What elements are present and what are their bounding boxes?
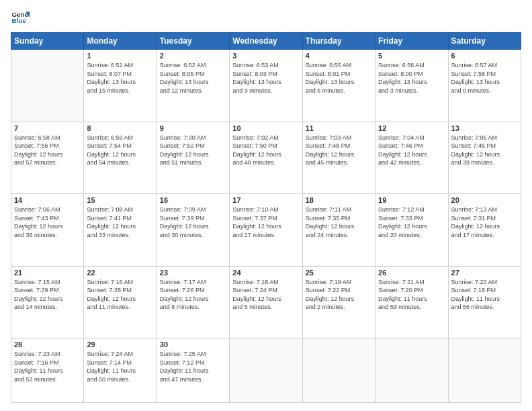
day-number: 20 bbox=[451, 196, 518, 204]
week-row-4: 28Sunrise: 7:23 AM Sunset: 7:16 PM Dayli… bbox=[11, 338, 521, 403]
day-number: 12 bbox=[378, 124, 445, 132]
day-info: Sunrise: 7:08 AM Sunset: 7:41 PM Dayligh… bbox=[87, 205, 153, 239]
calendar-cell: 28Sunrise: 7:23 AM Sunset: 7:16 PM Dayli… bbox=[11, 338, 84, 403]
day-number: 28 bbox=[14, 340, 81, 349]
calendar-cell: 26Sunrise: 7:21 AM Sunset: 7:20 PM Dayli… bbox=[375, 266, 448, 338]
day-info: Sunrise: 7:00 AM Sunset: 7:52 PM Dayligh… bbox=[160, 134, 226, 167]
calendar-cell: 3Sunrise: 6:53 AM Sunset: 8:03 PM Daylig… bbox=[230, 50, 302, 122]
calendar-cell: 19Sunrise: 7:12 AM Sunset: 7:33 PM Dayli… bbox=[375, 194, 448, 267]
day-number: 18 bbox=[306, 196, 372, 204]
logo-icon: General Blue bbox=[11, 8, 30, 27]
calendar-cell: 22Sunrise: 7:16 AM Sunset: 7:28 PM Dayli… bbox=[84, 266, 157, 338]
day-info: Sunrise: 7:09 AM Sunset: 7:39 PM Dayligh… bbox=[160, 205, 226, 239]
calendar-cell: 6Sunrise: 6:57 AM Sunset: 7:58 PM Daylig… bbox=[448, 50, 521, 122]
day-info: Sunrise: 6:56 AM Sunset: 8:00 PM Dayligh… bbox=[378, 61, 445, 95]
calendar-cell: 29Sunrise: 7:24 AM Sunset: 7:14 PM Dayli… bbox=[84, 338, 157, 403]
week-row-0: 1Sunrise: 6:51 AM Sunset: 8:07 PM Daylig… bbox=[11, 50, 521, 122]
day-info: Sunrise: 7:04 AM Sunset: 7:46 PM Dayligh… bbox=[378, 134, 445, 167]
calendar-cell: 8Sunrise: 6:59 AM Sunset: 7:54 PM Daylig… bbox=[84, 122, 157, 194]
day-number: 24 bbox=[232, 269, 299, 277]
svg-text:Blue: Blue bbox=[11, 17, 26, 24]
calendar-cell: 21Sunrise: 7:15 AM Sunset: 7:29 PM Dayli… bbox=[11, 266, 84, 338]
day-number: 4 bbox=[306, 52, 372, 60]
day-number: 26 bbox=[378, 269, 445, 277]
calendar-cell bbox=[302, 338, 375, 403]
day-info: Sunrise: 7:13 AM Sunset: 7:31 PM Dayligh… bbox=[451, 205, 518, 239]
calendar-page: General Blue SundayMondayTuesdayWednesda… bbox=[0, 0, 532, 411]
day-info: Sunrise: 7:17 AM Sunset: 7:26 PM Dayligh… bbox=[160, 278, 226, 312]
day-number: 7 bbox=[14, 124, 81, 132]
day-info: Sunrise: 7:10 AM Sunset: 7:37 PM Dayligh… bbox=[232, 205, 299, 239]
day-info: Sunrise: 7:16 AM Sunset: 7:28 PM Dayligh… bbox=[87, 278, 153, 312]
calendar-cell: 2Sunrise: 6:52 AM Sunset: 8:05 PM Daylig… bbox=[157, 50, 229, 122]
week-row-3: 21Sunrise: 7:15 AM Sunset: 7:29 PM Dayli… bbox=[11, 266, 521, 338]
day-info: Sunrise: 7:25 AM Sunset: 7:12 PM Dayligh… bbox=[160, 350, 226, 383]
week-row-2: 14Sunrise: 7:06 AM Sunset: 7:43 PM Dayli… bbox=[11, 194, 521, 267]
calendar-cell bbox=[375, 338, 448, 403]
calendar-cell bbox=[448, 338, 521, 403]
day-number: 8 bbox=[87, 124, 153, 132]
day-number: 17 bbox=[232, 196, 299, 204]
day-number: 22 bbox=[87, 269, 153, 277]
day-number: 10 bbox=[232, 124, 299, 132]
day-info: Sunrise: 7:22 AM Sunset: 7:18 PM Dayligh… bbox=[451, 278, 518, 312]
day-number: 30 bbox=[160, 340, 226, 349]
header: General Blue bbox=[11, 8, 521, 27]
day-info: Sunrise: 7:15 AM Sunset: 7:29 PM Dayligh… bbox=[14, 278, 81, 312]
day-number: 6 bbox=[451, 52, 518, 60]
day-info: Sunrise: 6:57 AM Sunset: 7:58 PM Dayligh… bbox=[451, 61, 518, 95]
day-number: 1 bbox=[87, 52, 153, 60]
calendar-cell: 5Sunrise: 6:56 AM Sunset: 8:00 PM Daylig… bbox=[375, 50, 448, 122]
day-number: 29 bbox=[87, 340, 153, 349]
day-number: 3 bbox=[232, 52, 299, 60]
day-number: 11 bbox=[306, 124, 372, 132]
calendar-cell: 16Sunrise: 7:09 AM Sunset: 7:39 PM Dayli… bbox=[157, 194, 229, 267]
day-number: 25 bbox=[306, 269, 372, 277]
logo: General Blue bbox=[11, 8, 32, 27]
day-info: Sunrise: 7:24 AM Sunset: 7:14 PM Dayligh… bbox=[87, 350, 153, 383]
calendar-cell: 15Sunrise: 7:08 AM Sunset: 7:41 PM Dayli… bbox=[84, 194, 157, 267]
day-info: Sunrise: 6:51 AM Sunset: 8:07 PM Dayligh… bbox=[87, 61, 153, 95]
calendar-cell: 1Sunrise: 6:51 AM Sunset: 8:07 PM Daylig… bbox=[84, 50, 157, 122]
day-info: Sunrise: 7:12 AM Sunset: 7:33 PM Dayligh… bbox=[378, 205, 445, 239]
day-number: 9 bbox=[160, 124, 226, 132]
calendar-cell: 7Sunrise: 6:58 AM Sunset: 7:56 PM Daylig… bbox=[11, 122, 84, 194]
weekday-header-sunday: Sunday bbox=[11, 33, 84, 50]
calendar-cell: 4Sunrise: 6:55 AM Sunset: 8:01 PM Daylig… bbox=[302, 50, 375, 122]
day-number: 5 bbox=[378, 52, 445, 60]
day-info: Sunrise: 7:21 AM Sunset: 7:20 PM Dayligh… bbox=[378, 278, 445, 312]
day-info: Sunrise: 6:55 AM Sunset: 8:01 PM Dayligh… bbox=[306, 61, 372, 95]
day-number: 13 bbox=[451, 124, 518, 132]
calendar-cell: 17Sunrise: 7:10 AM Sunset: 7:37 PM Dayli… bbox=[230, 194, 302, 267]
calendar-cell: 14Sunrise: 7:06 AM Sunset: 7:43 PM Dayli… bbox=[11, 194, 84, 267]
day-number: 27 bbox=[451, 269, 518, 277]
day-info: Sunrise: 7:06 AM Sunset: 7:43 PM Dayligh… bbox=[14, 205, 81, 239]
calendar-cell: 11Sunrise: 7:03 AM Sunset: 7:48 PM Dayli… bbox=[302, 122, 375, 194]
calendar-cell: 18Sunrise: 7:11 AM Sunset: 7:35 PM Dayli… bbox=[302, 194, 375, 267]
calendar-cell: 30Sunrise: 7:25 AM Sunset: 7:12 PM Dayli… bbox=[157, 338, 229, 403]
calendar-cell: 27Sunrise: 7:22 AM Sunset: 7:18 PM Dayli… bbox=[448, 266, 521, 338]
day-info: Sunrise: 7:23 AM Sunset: 7:16 PM Dayligh… bbox=[14, 350, 81, 383]
day-number: 2 bbox=[160, 52, 226, 60]
day-number: 14 bbox=[14, 196, 81, 204]
day-number: 15 bbox=[87, 196, 153, 204]
day-number: 21 bbox=[14, 269, 81, 277]
weekday-header-saturday: Saturday bbox=[448, 33, 521, 50]
calendar-cell: 9Sunrise: 7:00 AM Sunset: 7:52 PM Daylig… bbox=[157, 122, 229, 194]
calendar-cell: 13Sunrise: 7:05 AM Sunset: 7:45 PM Dayli… bbox=[448, 122, 521, 194]
day-info: Sunrise: 6:52 AM Sunset: 8:05 PM Dayligh… bbox=[160, 61, 226, 95]
weekday-header-tuesday: Tuesday bbox=[157, 33, 229, 50]
calendar-cell: 10Sunrise: 7:02 AM Sunset: 7:50 PM Dayli… bbox=[230, 122, 302, 194]
calendar-cell: 25Sunrise: 7:19 AM Sunset: 7:22 PM Dayli… bbox=[302, 266, 375, 338]
day-number: 23 bbox=[160, 269, 226, 277]
day-info: Sunrise: 7:05 AM Sunset: 7:45 PM Dayligh… bbox=[451, 134, 518, 167]
calendar-cell: 12Sunrise: 7:04 AM Sunset: 7:46 PM Dayli… bbox=[375, 122, 448, 194]
day-info: Sunrise: 7:18 AM Sunset: 7:24 PM Dayligh… bbox=[232, 278, 299, 312]
calendar-cell: 20Sunrise: 7:13 AM Sunset: 7:31 PM Dayli… bbox=[448, 194, 521, 267]
calendar-cell: 24Sunrise: 7:18 AM Sunset: 7:24 PM Dayli… bbox=[230, 266, 302, 338]
calendar-cell bbox=[230, 338, 302, 403]
day-number: 16 bbox=[160, 196, 226, 204]
weekday-header-row: SundayMondayTuesdayWednesdayThursdayFrid… bbox=[11, 33, 521, 50]
day-info: Sunrise: 6:53 AM Sunset: 8:03 PM Dayligh… bbox=[232, 61, 299, 95]
weekday-header-thursday: Thursday bbox=[302, 33, 375, 50]
